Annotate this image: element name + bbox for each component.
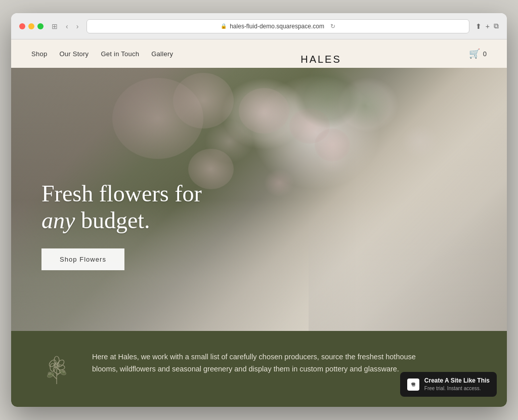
cart-count: 0 (483, 50, 487, 58)
address-bar[interactable]: 🔒 hales-fluid-demo.squarespace.com ↻ (87, 19, 469, 33)
floral-icon (41, 351, 72, 387)
nav-right: 🛒 0 (469, 48, 487, 59)
reload-icon: ↻ (330, 23, 335, 30)
nav-link-shop[interactable]: Shop (31, 50, 47, 58)
site-logo[interactable]: HALES (300, 54, 341, 65)
traffic-lights (19, 23, 44, 29)
browser-actions: ⬆ + ⧉ (476, 22, 499, 30)
hero-headline-italic: any (41, 207, 75, 233)
nav-left: Shop Our Story Get in Touch Gallery (31, 50, 173, 58)
traffic-light-yellow[interactable] (28, 23, 34, 29)
forward-button[interactable]: › (74, 21, 81, 31)
cart-icon[interactable]: 🛒 (469, 48, 480, 59)
website: Shop Our Story Get in Touch Gallery HALE… (11, 39, 507, 407)
nav-link-gallery[interactable]: Gallery (151, 50, 173, 58)
tabs-button[interactable]: ⧉ (494, 22, 499, 30)
share-button[interactable]: ⬆ (476, 22, 482, 30)
bottom-section-wrapper: Here at Hales, we work with a small list… (11, 331, 507, 407)
url-text: hales-fluid-demo.squarespace.com (230, 23, 324, 30)
squarespace-logo (407, 379, 419, 391)
traffic-light-green[interactable] (37, 23, 44, 29)
hero-section: Fresh flowers for any budget. Shop Flowe… (11, 68, 507, 331)
nav-link-get-in-touch[interactable]: Get in Touch (101, 50, 139, 58)
svg-point-13 (63, 370, 65, 373)
navigation: Shop Our Story Get in Touch Gallery HALE… (11, 39, 507, 68)
floral-illustration (41, 351, 72, 387)
hero-headline-line1: Fresh flowers for (41, 181, 202, 206)
hero-headline: Fresh flowers for any budget. (41, 181, 202, 234)
bottom-description: Here at Hales, we work with a small list… (92, 351, 436, 375)
new-tab-button[interactable]: + (486, 22, 490, 30)
browser-window-toggle[interactable]: ⊞ (50, 21, 60, 31)
shop-flowers-button[interactable]: Shop Flowers (41, 248, 124, 270)
create-site-toast[interactable]: Create A Site Like This Free trial. Inst… (400, 372, 497, 397)
hero-headline-rest: budget. (75, 207, 150, 233)
squarespace-icon (409, 381, 417, 389)
svg-point-12 (48, 372, 51, 375)
toast-text-block: Create A Site Like This Free trial. Inst… (424, 377, 490, 392)
toast-sub-text: Free trial. Instant access. (424, 385, 490, 392)
back-button[interactable]: ‹ (64, 21, 70, 31)
browser-window: ⊞ ‹ › 🔒 hales-fluid-demo.squarespace.com… (11, 13, 507, 407)
nav-link-our-story[interactable]: Our Story (59, 50, 89, 58)
hero-content: Fresh flowers for any budget. Shop Flowe… (41, 181, 202, 270)
browser-chrome: ⊞ ‹ › 🔒 hales-fluid-demo.squarespace.com… (11, 13, 507, 39)
traffic-light-red[interactable] (19, 23, 25, 29)
lock-icon: 🔒 (221, 23, 227, 29)
toast-main-text: Create A Site Like This (424, 377, 490, 385)
browser-navigation: ⊞ ‹ › (50, 21, 80, 31)
